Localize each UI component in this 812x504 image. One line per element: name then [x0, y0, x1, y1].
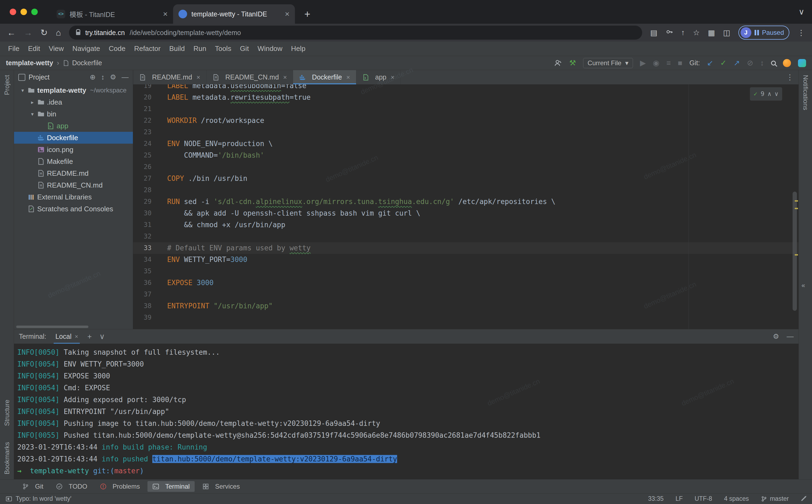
- close-icon[interactable]: ×: [163, 9, 168, 19]
- git-rollback-button[interactable]: ⊘: [747, 58, 753, 67]
- profile-paused-chip[interactable]: J Paused: [738, 26, 789, 40]
- side-panel-icon[interactable]: ◫: [723, 28, 730, 37]
- close-icon[interactable]: ×: [75, 333, 78, 340]
- tool-button-git[interactable]: Git: [17, 481, 48, 492]
- reload-button[interactable]: ↻: [40, 27, 48, 38]
- tree-item-readme_cn.md[interactable]: MREADME_CN.md: [14, 179, 133, 191]
- address-bar[interactable]: try.titanide.cn/ide/web/coding/template-…: [69, 26, 642, 40]
- share-icon[interactable]: ↑: [681, 28, 685, 37]
- tool-window-bookmarks[interactable]: Bookmarks: [3, 442, 11, 474]
- browser-tab[interactable]: template-wetty - TitanIDE×: [173, 4, 295, 24]
- key-icon[interactable]: [666, 28, 673, 37]
- browser-menu-kebab-icon[interactable]: ⋮: [797, 28, 805, 37]
- menu-view[interactable]: View: [44, 44, 68, 53]
- tree-item-dockerfile[interactable]: Dockerfile: [14, 132, 133, 144]
- stop-button[interactable]: ■: [678, 59, 682, 67]
- menu-build[interactable]: Build: [165, 44, 189, 53]
- run-button[interactable]: ▶: [640, 58, 646, 67]
- close-icon[interactable]: ×: [285, 9, 290, 19]
- editor-tabs-kebab-icon[interactable]: ⋮: [786, 73, 794, 82]
- tree-item-icon.png[interactable]: icon.png: [14, 144, 133, 156]
- search-everywhere-button[interactable]: [771, 61, 776, 65]
- browser-tab[interactable]: <>模板 - TitanIDE×: [51, 4, 173, 24]
- tree-item-makefile[interactable]: Makefile: [14, 156, 133, 167]
- warning-stripe-mark[interactable]: [795, 254, 798, 256]
- chevron-icon[interactable]: ▾: [18, 87, 27, 94]
- next-issue-icon[interactable]: ∨: [775, 88, 778, 100]
- terminal-output[interactable]: INFO[0050] Taking snapshot of full files…: [14, 344, 799, 479]
- select-opened-file-icon[interactable]: ⊕: [90, 73, 96, 81]
- tool-window-project[interactable]: Project: [3, 75, 11, 95]
- orange-status-icon[interactable]: [783, 59, 791, 67]
- tree-item-scratches and consoles[interactable]: Scratches and Consoles: [14, 203, 133, 215]
- lock-icon[interactable]: [76, 32, 80, 35]
- tool-button-services[interactable]: Services: [197, 481, 245, 492]
- chevron-icon[interactable]: ▾: [27, 111, 37, 117]
- code-with-me-icon[interactable]: [554, 59, 562, 67]
- editor-tab-app[interactable]: app×: [356, 70, 401, 84]
- chevron-down-icon[interactable]: ∨: [99, 332, 105, 341]
- hide-panel-icon[interactable]: —: [122, 73, 129, 81]
- tree-item-template-wetty[interactable]: ▾template-wetty~/workspace: [14, 84, 133, 96]
- menu-run[interactable]: Run: [189, 44, 211, 53]
- minimize-window-button[interactable]: [20, 9, 27, 15]
- git-update-button[interactable]: ↙: [707, 58, 713, 67]
- chevron-icon[interactable]: ▸: [27, 99, 37, 105]
- settings-gear-icon[interactable]: ⚙: [110, 73, 116, 81]
- git-branch-widget[interactable]: master: [761, 495, 789, 502]
- menu-tools[interactable]: Tools: [211, 44, 236, 53]
- menu-git[interactable]: Git: [236, 44, 253, 53]
- new-tab-button[interactable]: +: [300, 6, 315, 22]
- menu-code[interactable]: Code: [104, 44, 130, 53]
- write-access-icon[interactable]: [801, 496, 806, 501]
- profile-button[interactable]: ≡: [666, 59, 671, 67]
- close-icon[interactable]: ×: [346, 74, 350, 81]
- tool-button-problems[interactable]: Problems: [95, 481, 145, 492]
- inspections-widget[interactable]: ✓ 9 ∧ ∨: [750, 87, 782, 101]
- menu-refactor[interactable]: Refactor: [130, 44, 165, 53]
- git-history-button[interactable]: ↕: [760, 59, 764, 67]
- tree-item-readme.md[interactable]: MREADME.md: [14, 167, 133, 179]
- expand-collapse-icon[interactable]: ↕: [101, 73, 105, 81]
- editor-tab-readme.md[interactable]: MREADME.md×: [133, 70, 207, 84]
- collapse-stripe-icon[interactable]: «: [801, 282, 805, 289]
- menu-file[interactable]: File: [4, 44, 24, 53]
- close-icon[interactable]: ×: [391, 74, 394, 81]
- indent-setting[interactable]: 4 spaces: [724, 495, 749, 502]
- editor-tab-readme_cn.md[interactable]: MREADME_CN.md×: [207, 70, 293, 84]
- line-ending[interactable]: LF: [676, 495, 683, 502]
- close-window-button[interactable]: [10, 9, 16, 15]
- breadcrumb-file[interactable]: Dockerfile: [63, 59, 102, 67]
- menu-help[interactable]: Help: [287, 44, 310, 53]
- horizontal-scrollbar[interactable]: [16, 326, 88, 328]
- terminal-settings-gear-icon[interactable]: ⚙: [773, 332, 779, 341]
- git-commit-button[interactable]: ✓: [720, 58, 727, 67]
- breadcrumb-project[interactable]: template-wetty: [6, 59, 53, 67]
- warning-stripe-mark[interactable]: [795, 208, 798, 209]
- menu-edit[interactable]: Edit: [24, 44, 44, 53]
- build-hammer-icon[interactable]: ⚒: [569, 58, 576, 67]
- close-icon[interactable]: ×: [283, 74, 287, 81]
- tool-window-notifications[interactable]: Notifications: [802, 75, 809, 110]
- tree-item-.idea[interactable]: ▸.idea: [14, 96, 133, 108]
- editor-tab-dockerfile[interactable]: Dockerfile×: [293, 70, 356, 84]
- editor[interactable]: 19LABEL metadata.usesubdomain=false20LAB…: [133, 84, 799, 329]
- run-config-selector[interactable]: Current File ▾: [583, 58, 633, 68]
- home-button[interactable]: ⌂: [56, 28, 61, 38]
- new-terminal-icon[interactable]: +: [87, 332, 92, 341]
- project-panel-title[interactable]: Project: [29, 73, 50, 81]
- prev-issue-icon[interactable]: ∧: [768, 88, 771, 100]
- terminal-tab-local[interactable]: Local ×: [54, 329, 80, 344]
- git-push-button[interactable]: ↗: [734, 58, 740, 67]
- clipboard-icon[interactable]: ▤: [650, 28, 657, 37]
- tool-button-todo[interactable]: TODO: [51, 481, 92, 492]
- close-icon[interactable]: ×: [197, 74, 200, 81]
- tree-item-external libraries[interactable]: External Libraries: [14, 191, 133, 203]
- tool-button-terminal[interactable]: Terminal: [147, 481, 195, 492]
- app-logo-icon[interactable]: [798, 59, 806, 67]
- debug-button[interactable]: ◉: [653, 58, 659, 67]
- back-button[interactable]: ←: [7, 28, 16, 38]
- tool-window-switcher-icon[interactable]: [6, 496, 12, 501]
- warning-stripe-mark[interactable]: [795, 200, 798, 202]
- file-encoding[interactable]: UTF-8: [694, 495, 712, 502]
